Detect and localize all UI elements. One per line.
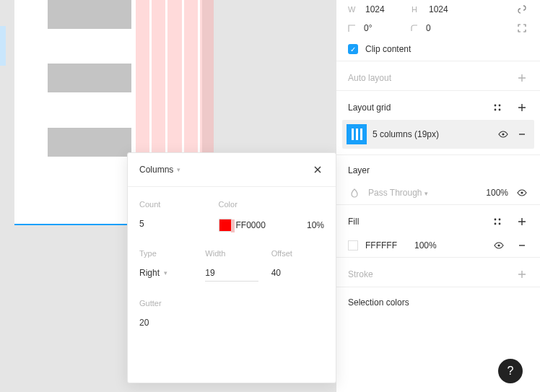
link-dimensions-icon[interactable] (515, 3, 528, 16)
svg-point-6 (495, 219, 497, 221)
help-button[interactable]: ? (498, 359, 523, 383)
gutter-label: Gutter (139, 299, 324, 308)
selection-colors-title: Selection colors (348, 297, 409, 308)
height-input[interactable]: 1024 (429, 4, 469, 14)
rotation-icon (348, 24, 358, 32)
width-label: W (348, 5, 360, 14)
rotation-input[interactable]: 0° (364, 23, 404, 33)
clip-content-label: Clip content (365, 44, 411, 54)
blend-mode-icon[interactable] (348, 186, 361, 199)
toggle-visibility-icon[interactable] (497, 128, 510, 141)
grid-color-opacity[interactable]: 10% (307, 220, 324, 230)
clip-content-checkbox[interactable]: ✓ (348, 44, 358, 54)
type-select[interactable]: Right ▾ (139, 268, 192, 278)
svg-point-7 (499, 219, 501, 221)
layer-opacity-input[interactable]: 100% (486, 188, 508, 198)
svg-point-0 (495, 105, 497, 107)
offset-label: Offset (271, 249, 324, 258)
grid-color-swatch[interactable] (219, 219, 232, 232)
auto-layout-title: Auto layout (348, 73, 391, 83)
fill-row: FFFFFF 100% (336, 234, 540, 257)
grid-color-hex[interactable]: FF0000 (236, 220, 266, 230)
color-label: Color (219, 200, 324, 209)
layout-grid-title: Layout grid (348, 103, 391, 113)
svg-point-8 (495, 223, 497, 225)
fill-hex-input[interactable]: FFFFFF (365, 240, 397, 251)
selection-indicator-left (0, 26, 6, 66)
fill-styles-icon[interactable] (491, 215, 504, 228)
type-label: Type (139, 249, 192, 258)
canvas-block[interactable] (48, 64, 131, 92)
stroke-section: Stroke (336, 258, 540, 287)
svg-point-9 (499, 223, 501, 225)
remove-grid-button[interactable] (515, 128, 528, 141)
layer-title: Layer (348, 165, 370, 175)
layout-grid-item[interactable]: 5 columns (19px) (342, 120, 534, 149)
independent-corners-icon[interactable] (515, 22, 528, 35)
add-fill-button[interactable] (515, 215, 528, 228)
close-icon[interactable] (311, 163, 324, 176)
popover-type-select[interactable]: Columns▾ (139, 165, 180, 175)
fill-title: Fill (348, 217, 359, 227)
size-row: W 1024 H 1024 (336, 0, 540, 19)
auto-layout-section: Auto layout (336, 61, 540, 90)
corner-radius-icon (410, 24, 420, 32)
blend-mode-select[interactable]: Pass Through ▾ (368, 188, 428, 198)
svg-point-2 (495, 109, 497, 111)
width-label-pop: Width (205, 249, 258, 258)
add-stroke-button[interactable] (515, 268, 528, 281)
corner-radius-input[interactable]: 0 (426, 23, 466, 33)
rotation-row: 0° 0 (336, 19, 540, 38)
stroke-title: Stroke (348, 269, 373, 279)
layout-grid-item-label: 5 columns (19px) (373, 129, 491, 139)
count-label: Count (139, 200, 206, 209)
columns-grid-icon[interactable] (347, 124, 367, 144)
gutter-input[interactable]: 20 (139, 318, 324, 328)
width-input-pop[interactable]: 19 (205, 268, 258, 282)
properties-panel: W 1024 H 1024 0° 0 ✓ Clip content Auto l… (336, 0, 540, 392)
fill-color-swatch[interactable] (348, 240, 358, 251)
layer-visibility-icon[interactable] (515, 186, 528, 199)
width-input[interactable]: 1024 (365, 4, 406, 14)
add-autolayout-button[interactable] (515, 71, 528, 84)
layout-grid-styles-icon[interactable] (491, 101, 504, 114)
clip-content-row[interactable]: ✓ Clip content (336, 38, 540, 61)
svg-point-3 (499, 109, 501, 111)
svg-point-5 (521, 191, 523, 193)
selection-colors-section: Selection colors (336, 287, 540, 308)
offset-input[interactable]: 40 (271, 268, 324, 278)
layout-grid-section: Layout grid (336, 91, 540, 120)
fill-opacity-input[interactable]: 100% (414, 240, 437, 251)
columns-popover: Columns▾ Count 5 Color FF0000 10% Typ (127, 152, 336, 383)
fill-visibility-icon[interactable] (492, 239, 505, 252)
layer-section: Layer (336, 155, 540, 181)
svg-point-1 (499, 105, 501, 107)
blend-row: Pass Through ▾ 100% (336, 181, 540, 204)
height-label: H (411, 5, 423, 14)
svg-point-4 (502, 133, 504, 135)
canvas-block[interactable] (48, 0, 131, 29)
fill-section: Fill (336, 205, 540, 234)
svg-point-10 (497, 244, 500, 246)
add-layout-grid-button[interactable] (515, 101, 528, 114)
remove-fill-button[interactable] (515, 239, 528, 252)
count-input[interactable]: 5 (139, 219, 206, 229)
canvas-block[interactable] (48, 128, 131, 157)
